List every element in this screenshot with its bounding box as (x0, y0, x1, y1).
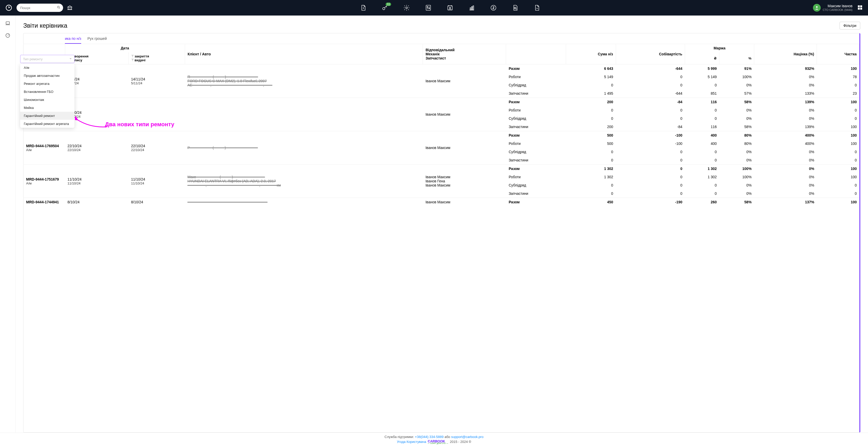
order-id[interactable]: MRD-9444-1769504 (26, 144, 62, 148)
dropdown-item[interactable]: Гарантійний ремонт (20, 112, 74, 120)
svg-point-13 (427, 6, 428, 7)
dropdown-item[interactable]: Встановлення ГБО (20, 88, 74, 96)
svg-rect-10 (426, 5, 431, 10)
apps-icon[interactable] (857, 5, 863, 11)
filters-button[interactable]: Фільтри (840, 22, 860, 29)
svg-rect-29 (860, 5, 862, 7)
svg-rect-28 (858, 5, 860, 7)
col-margin-uah: ₴ (685, 52, 719, 64)
footer-support-label: Служба підтримки: (384, 435, 415, 439)
footer-logo: CARBOOK — СОФТ ДЛЯ СТО — (428, 439, 448, 444)
contact-icon[interactable] (446, 4, 454, 11)
dropdown-item[interactable]: Мийка (20, 104, 74, 112)
search-input[interactable] (17, 4, 63, 12)
main-content: Звіти керівника Фільтри ика по н/з Рух г… (16, 16, 868, 433)
new-doc-icon[interactable] (360, 4, 367, 11)
footer-email[interactable]: support@carbook.pro (451, 435, 484, 439)
col-responsible: Відповідальний Механік Запчастист (423, 44, 506, 64)
table-row: MRD-9444-1769504А/м22/10/2422/10/2422/10… (24, 131, 860, 140)
sidebar-gauge-icon[interactable] (5, 33, 10, 39)
sidebar-laptop-icon[interactable] (5, 21, 10, 27)
search-container (17, 4, 63, 12)
svg-rect-15 (448, 6, 452, 10)
col-date-close[interactable]: закриття видачі (128, 52, 185, 64)
user-info: Максим Іванов СТО CARBOOK (9444) (823, 4, 852, 12)
svg-rect-20 (470, 8, 471, 10)
dropdown-item[interactable]: Продаж автозапчастин (20, 72, 74, 80)
svg-point-1 (57, 6, 59, 8)
doc-minus-icon[interactable] (533, 4, 540, 11)
svg-line-2 (59, 8, 60, 8)
top-navbar: 11 Максим Іванов СТО CARBOOK (9444) (0, 0, 868, 16)
tab-money[interactable]: Рух грошей (87, 36, 107, 44)
order-id[interactable]: MRD-9444-1744941 (26, 200, 62, 204)
svg-rect-31 (860, 7, 862, 9)
search-icon[interactable] (57, 6, 61, 10)
chart-icon[interactable] (468, 4, 475, 11)
col-client: Клієнт / Авто (185, 44, 423, 64)
report-table: Дата Клієнт / Авто Відповідальний Механі… (24, 44, 860, 206)
col-margin-pct: % (719, 52, 754, 64)
panel: ика по н/з Рух грошей Дата Клієнт / Авто… (23, 33, 860, 433)
avatar-icon (813, 4, 821, 12)
dollar-icon[interactable] (490, 4, 497, 11)
dropdown-item[interactable]: Шиномонтаж (20, 96, 74, 104)
col-markup: Націнка (%) (754, 44, 817, 64)
user-org: СТО CARBOOK (9444) (823, 8, 852, 12)
footer-phone[interactable]: +38(044) 334-5889 (415, 435, 443, 439)
svg-point-18 (450, 7, 451, 8)
col-cost: Собівартість (616, 44, 685, 64)
order-id[interactable]: MRD-9444-1751679 (26, 177, 62, 181)
svg-point-8 (383, 7, 385, 10)
col-margin: Маржа (685, 44, 754, 52)
col-share: Частка (817, 44, 860, 64)
gear-icon[interactable] (403, 4, 410, 11)
table-row: MRD-9444-17449418/10/248/10/24———— —————… (24, 198, 860, 206)
sliders-icon[interactable] (425, 4, 432, 11)
svg-point-9 (406, 7, 408, 9)
footer: Служба підтримки: +38(044) 334-5889 або … (0, 433, 868, 446)
select-placeholder: Тип ремонту (23, 57, 43, 61)
svg-rect-21 (471, 7, 472, 10)
svg-point-14 (429, 8, 430, 9)
svg-rect-30 (858, 7, 860, 9)
user-section[interactable]: Максим Іванов СТО CARBOOK (9444) (813, 4, 863, 12)
table-row: MRD-9444-1751679А/м11/10/2411/10/2411/10… (24, 165, 860, 173)
nav-icons: 11 (87, 4, 813, 11)
tabs: ика по н/з Рух грошей (24, 33, 860, 44)
footer-years: 2015 - 2024 ® (450, 440, 471, 444)
col-date: Дата (65, 44, 185, 52)
repair-type-select[interactable]: Тип ремонту (20, 55, 74, 63)
doc-search-icon[interactable] (512, 4, 519, 11)
page-title: Звіти керівника (23, 22, 67, 29)
key-badge: 11 (386, 3, 391, 6)
dropdown-item[interactable]: Гарантійний ремонт агрегата (20, 120, 74, 128)
footer-terms[interactable]: Угода Користувача (397, 440, 426, 444)
svg-line-25 (516, 8, 517, 9)
sidebar (0, 16, 16, 433)
svg-rect-22 (473, 6, 474, 10)
repair-type-dropdown: А/мПродаж автозапчастинРемонт агрегатаВс… (20, 64, 74, 128)
dropdown-item[interactable]: А/м (20, 64, 74, 72)
user-name: Максим Іванов (828, 4, 852, 8)
tab-nz[interactable]: ика по н/з (65, 36, 81, 44)
table-row: А/м28/10/2428/10/24Іванов МаксимРазом200… (24, 98, 860, 106)
bank-icon[interactable] (67, 5, 73, 11)
svg-point-27 (816, 6, 817, 8)
svg-rect-32 (6, 22, 9, 24)
table-row: А/м5/11/245/11/2414/11/245/11/24П———— ——… (24, 64, 860, 73)
key-icon[interactable]: 11 (381, 4, 389, 11)
col-sum: Сума н/з (566, 44, 616, 64)
logo-icon[interactable] (5, 4, 12, 11)
dropdown-item[interactable]: Ремонт агрегата (20, 80, 74, 88)
